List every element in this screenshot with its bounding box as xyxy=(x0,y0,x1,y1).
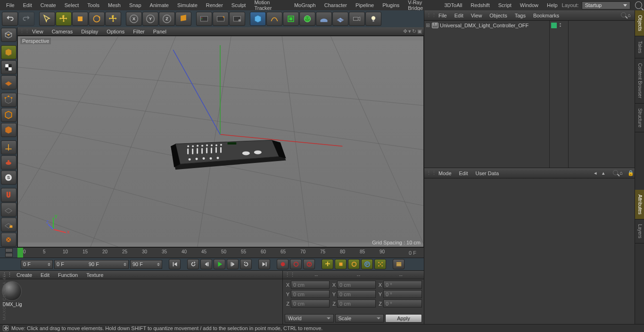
obj-menu-tags[interactable]: Tags xyxy=(511,13,529,18)
snap-button[interactable]: S xyxy=(1,170,17,185)
attr-menu-edit[interactable]: Edit xyxy=(455,170,472,176)
vtab-structure[interactable]: Structure xyxy=(635,104,644,133)
coord-op-dropdown[interactable]: Scale xyxy=(335,314,384,323)
obj-menu-edit[interactable]: Edit xyxy=(451,13,467,18)
grip-icon[interactable]: ⋮⋮ xyxy=(426,12,435,18)
grip-icon[interactable]: ⋮⋮ xyxy=(285,272,295,278)
attr-menu-mode[interactable]: Mode xyxy=(435,170,455,176)
add-environment-button[interactable] xyxy=(316,12,332,26)
object-name[interactable]: Universal_DMX_Light_Controller_OFF xyxy=(440,23,528,28)
obj-menu-view[interactable]: View xyxy=(467,13,486,18)
timeline-ruler[interactable]: 051015202530354045505560657075808590 0 F xyxy=(0,247,424,258)
x-axis-button[interactable]: X xyxy=(126,12,142,26)
key-pla-button[interactable] xyxy=(374,259,386,269)
vtab-attributes[interactable]: Attributes xyxy=(635,190,644,219)
add-cube-button[interactable] xyxy=(250,12,266,26)
mat-menu-create[interactable]: Create xyxy=(12,272,36,278)
polygons-mode-button[interactable] xyxy=(1,123,17,137)
live-select-tool[interactable] xyxy=(39,12,55,26)
move-tool[interactable] xyxy=(56,12,72,26)
vp-max-icon[interactable]: ▣ xyxy=(417,28,422,34)
menu-select[interactable]: Select xyxy=(60,1,83,9)
timeline-playhead[interactable] xyxy=(17,248,23,258)
coord-system-button[interactable] xyxy=(175,12,191,26)
axis-mode-button[interactable] xyxy=(1,140,17,154)
rot-y-field[interactable]: 0 ° xyxy=(383,290,422,298)
menu-animate[interactable]: Animate xyxy=(146,1,173,9)
frame-current-field[interactable]: 90 F xyxy=(130,260,162,269)
edges-mode-button[interactable] xyxy=(1,108,17,122)
render-picture-button[interactable] xyxy=(213,12,229,26)
keyframe-sel-button[interactable]: ? xyxy=(303,259,315,269)
workplane-mode-button[interactable] xyxy=(1,75,17,89)
expand-icon[interactable]: ⊞ xyxy=(426,22,430,28)
points-mode-button[interactable] xyxy=(1,93,17,107)
menu-tools[interactable]: Tools xyxy=(83,1,104,9)
toggle-button[interactable] xyxy=(1,233,17,247)
menu-simulate[interactable]: Simulate xyxy=(173,1,202,9)
menu-render[interactable]: Render xyxy=(202,1,227,9)
magnet-button[interactable] xyxy=(1,188,17,202)
vp-menu-panel[interactable]: Panel xyxy=(149,29,171,34)
prev-frame-button[interactable] xyxy=(200,259,212,269)
goto-end-button[interactable] xyxy=(258,259,270,269)
ruler-lock-icon[interactable] xyxy=(5,253,13,257)
scl-x-field[interactable]: 0 cm xyxy=(337,281,376,289)
last-tool[interactable] xyxy=(105,12,121,26)
add-camera-button[interactable] xyxy=(349,12,365,26)
search-icon[interactable] xyxy=(613,170,618,175)
vp-menu-cameras[interactable]: Cameras xyxy=(48,29,77,34)
menu-help[interactable]: Help xyxy=(543,1,562,9)
obj-menu-file[interactable]: File xyxy=(435,13,451,18)
vtab-content-browser[interactable]: Content Browser xyxy=(635,58,644,103)
object-tree[interactable]: ⊞ Universal_DMX_Light_Controller_OFF xyxy=(424,21,550,168)
back-icon[interactable]: ◂ xyxy=(594,170,601,177)
vp-menu-filter[interactable]: Filter xyxy=(129,29,149,34)
menu-redshift[interactable]: Redshift xyxy=(466,1,494,9)
key-param-button[interactable]: P xyxy=(361,259,373,269)
menu-plugins[interactable]: Plugins xyxy=(378,1,404,9)
rot-z-field[interactable]: 0 ° xyxy=(383,300,422,308)
grip-icon[interactable]: ⋮⋮ xyxy=(19,28,28,34)
vtab-layers[interactable]: Layers xyxy=(635,219,644,243)
redo-button[interactable] xyxy=(18,12,34,26)
vp-menu-view[interactable]: View xyxy=(28,29,48,34)
home-icon[interactable]: ⌂ xyxy=(627,12,634,19)
obj-menu-bookmarks[interactable]: Bookmarks xyxy=(529,13,563,18)
pos-y-field[interactable]: 0 cm xyxy=(291,290,330,298)
prev-key-button[interactable] xyxy=(187,259,199,269)
goto-start-button[interactable] xyxy=(169,259,181,269)
pos-x-field[interactable]: 0 cm xyxy=(291,281,330,289)
attr-menu-userdata[interactable]: User Data xyxy=(472,170,503,176)
scale-tool[interactable] xyxy=(72,12,88,26)
menu-script[interactable]: Script xyxy=(494,1,516,9)
search-icon[interactable] xyxy=(635,1,642,9)
autokey-button[interactable] xyxy=(290,259,302,269)
home-icon[interactable]: ⌂ xyxy=(619,170,626,177)
ruler-mode-icon[interactable] xyxy=(5,248,13,252)
search-icon[interactable] xyxy=(621,12,626,17)
z-axis-button[interactable]: Z xyxy=(159,12,175,26)
mat-menu-texture[interactable]: Texture xyxy=(82,272,107,278)
key-pos-button[interactable] xyxy=(322,259,333,269)
model-mode-button[interactable] xyxy=(1,45,17,59)
add-generator-button[interactable] xyxy=(283,12,299,26)
scl-y-field[interactable]: 0 cm xyxy=(337,290,376,298)
movie-button[interactable] xyxy=(393,259,405,269)
record-button[interactable] xyxy=(277,259,289,269)
vtab-objects[interactable]: Objects xyxy=(635,10,644,36)
menu-edit[interactable]: Edit xyxy=(19,1,36,9)
frame-range-field[interactable]: 0 F90 F xyxy=(54,260,129,269)
play-button[interactable] xyxy=(214,259,225,269)
add-deformer-button[interactable] xyxy=(299,12,315,26)
workplane-button[interactable] xyxy=(1,202,17,217)
y-axis-button[interactable]: Y xyxy=(142,12,158,26)
menu-snap[interactable]: Snap xyxy=(125,1,146,9)
viewport-solo-button[interactable] xyxy=(1,155,17,170)
locked-workplane-button[interactable] xyxy=(1,218,17,232)
scl-z-field[interactable]: 0 cm xyxy=(337,300,376,308)
key-scale-button[interactable] xyxy=(335,259,347,269)
visibility-dots-icon[interactable] xyxy=(558,22,563,28)
vp-menu-display[interactable]: Display xyxy=(77,29,102,34)
coord-mode-dropdown[interactable]: World xyxy=(285,314,334,323)
